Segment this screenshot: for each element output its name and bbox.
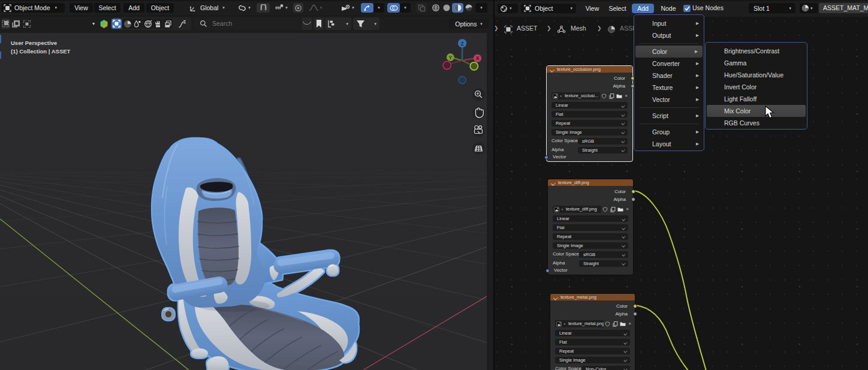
svg-text:X: X (476, 55, 480, 61)
svg-text:Y: Y (448, 55, 452, 61)
svg-text:Z: Z (460, 41, 463, 47)
